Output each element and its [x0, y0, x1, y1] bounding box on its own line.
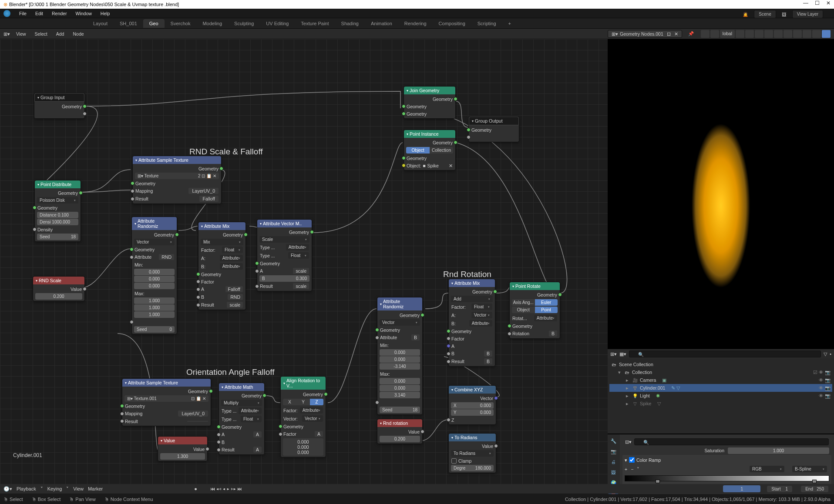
tab-sculpting[interactable]: Sculpting: [228, 19, 260, 28]
prop-view-icon[interactable]: 🖼: [609, 467, 618, 477]
prop-output-icon[interactable]: 🖨: [609, 457, 618, 467]
filter-icon[interactable]: ▽: [824, 351, 827, 357]
node-attr-math[interactable]: Attribute Math Geometry Multiply Type ..…: [219, 383, 265, 455]
hdr-node[interactable]: Node: [70, 31, 86, 37]
node-to-radians[interactable]: To Radians Value To Radians Clamp Degre1…: [448, 433, 496, 473]
tree-scene-collection[interactable]: 🗁Scene Collection: [609, 360, 832, 368]
btm-marker[interactable]: Marker: [88, 486, 103, 491]
node-align-rotation[interactable]: Align Rotation to V... Geometry XYZ Fact…: [280, 376, 326, 457]
menu-window[interactable]: Window: [71, 11, 96, 16]
node-group-input[interactable]: Group Input Geometry: [34, 93, 85, 119]
ic7[interactable]: [793, 30, 802, 38]
node-group-output[interactable]: Group Output Geometry: [468, 116, 519, 142]
close-btn[interactable]: ✕: [823, 0, 834, 6]
node-attr-mix-2[interactable]: Attribute Mix Geometry Add Factor:Float …: [448, 279, 495, 367]
hdr-add[interactable]: Add: [54, 31, 67, 37]
tab-render[interactable]: Rendering: [398, 19, 433, 28]
colorramp-panel[interactable]: ▾Color Ramp: [625, 457, 829, 463]
node-attr-randomize-1[interactable]: Attribute Randomiz Geometry Vector Geome…: [131, 217, 177, 334]
node-point-instance[interactable]: Point Instance Geometry ObjectCollection…: [404, 130, 456, 170]
btm-playback[interactable]: Playback: [17, 486, 36, 491]
ic6[interactable]: [784, 30, 792, 38]
tab-texpaint[interactable]: Texture Paint: [295, 19, 335, 28]
tree-cylinder[interactable]: ▸▽Cylinder.001✎ ▽👁 📷: [609, 384, 832, 392]
prop-tool-icon[interactable]: 🔧: [609, 436, 618, 446]
minimize-btn[interactable]: —: [800, 0, 811, 6]
menu-edit[interactable]: Edit: [31, 11, 47, 16]
ramp-add[interactable]: +: [625, 467, 627, 472]
clamp-checkbox[interactable]: [451, 458, 457, 464]
hdr-select[interactable]: Select: [32, 31, 50, 37]
node-combine-xyz[interactable]: Combine XYZ Vector X0.000 Y0.000 Z: [448, 385, 496, 425]
prop-render-icon[interactable]: 📷: [609, 447, 618, 456]
frame-end[interactable]: End 250: [801, 486, 828, 492]
ic2[interactable]: [745, 30, 754, 38]
node-attr-vector-math[interactable]: Attribute Vector M.. Geometry Scale Type…: [257, 219, 312, 291]
colorramp-enable[interactable]: [629, 457, 635, 463]
color-ramp[interactable]: [625, 475, 829, 481]
node-join-geometry[interactable]: Join Geometry Geometry Geometry Geometry: [404, 86, 456, 119]
node-point-distribute[interactable]: Point Distribute Geometry Poisson Disk G…: [34, 180, 81, 242]
tree-collection[interactable]: ▾🗁Collection☑ 👁 📷: [609, 368, 832, 376]
tab-sh001[interactable]: SH_001: [114, 19, 143, 28]
node-value[interactable]: Value Value 1.300: [158, 436, 208, 461]
ic9[interactable]: [812, 30, 821, 38]
node-rnd-rotation[interactable]: Rnd rotation Value 0.200: [377, 419, 423, 444]
btm-keying[interactable]: Keying: [47, 486, 62, 491]
tab-anim[interactable]: Animation: [365, 19, 398, 28]
tab-geo[interactable]: Geo: [143, 19, 165, 28]
tab-script[interactable]: Scripting: [471, 19, 502, 28]
ic5[interactable]: [774, 30, 783, 38]
tree-light[interactable]: ▸💡Light✺👁 📷: [609, 392, 832, 400]
btm-view[interactable]: View: [73, 486, 84, 491]
ic3[interactable]: [755, 30, 763, 38]
maximize-btn[interactable]: ☐: [811, 0, 823, 6]
menu-render[interactable]: Render: [47, 11, 71, 16]
nodegroup-field[interactable]: ⊞▾Geometry Nodes.001⊡✕: [608, 30, 682, 38]
hdr-view[interactable]: View: [13, 31, 29, 37]
ic8[interactable]: [803, 30, 811, 38]
frame-start[interactable]: Start 1: [767, 486, 792, 492]
tree-camera[interactable]: ▸🎥Camera▣👁 📷: [609, 376, 832, 384]
tab-add[interactable]: +: [502, 19, 517, 28]
render-result: [669, 72, 773, 315]
tab-sverchok[interactable]: Sverchok: [165, 19, 197, 28]
viewport-panel: ⊞▾▦▾🔍▽• 🗁Scene Collection ▾🗁Collection☑ …: [608, 39, 834, 493]
pin-icon[interactable]: 📌: [688, 31, 694, 37]
tab-layout[interactable]: Layout: [87, 19, 114, 28]
shade-rendered-icon[interactable]: [822, 30, 831, 38]
transport-controls[interactable]: ⏮ ◀◁ ◀ ▶ ▷▶ ⏭: [210, 486, 242, 491]
node-editor-header: ⊞▾ View Select Add Node ⊞▾Geometry Nodes…: [0, 29, 834, 39]
node-attr-sample-tex-2[interactable]: Attribute Sample Texture Geometry ⊞▾ Tex…: [122, 378, 211, 426]
ramp-menu[interactable]: ˅: [637, 467, 639, 472]
ic4[interactable]: [764, 30, 773, 38]
node-point-rotate[interactable]: Point Rotate Geometry Axis Ang...Euler O…: [509, 282, 560, 339]
tab-modeling[interactable]: Modeling: [196, 19, 228, 28]
node-attr-randomize-2[interactable]: Attribute Randomiz Geometry Vector Geome…: [377, 297, 423, 415]
tab-comp[interactable]: Compositing: [433, 19, 471, 28]
viewlayer-field[interactable]: View Layer: [792, 10, 823, 18]
frame-current[interactable]: 1: [723, 485, 760, 492]
tab-shading[interactable]: Shading: [335, 19, 365, 28]
node-editor[interactable]: Group Input Geometry Join Geometry Geome…: [0, 39, 608, 493]
snap-icon[interactable]: [701, 30, 710, 38]
tree-spike[interactable]: ▸▽Spike▽: [609, 400, 832, 407]
ic1[interactable]: [736, 30, 744, 38]
orient-field[interactable]: lobal: [720, 30, 735, 38]
node-attr-mix-1[interactable]: Attribute Mix Geometry Mix Factor:Float …: [198, 222, 246, 310]
node-rnd-scale[interactable]: RND Scale Value 0.200: [33, 276, 85, 301]
status-bar: 🖱 Select🖱 Box Select 🖱 Pan View🖱 Node Co…: [0, 494, 834, 504]
props-search[interactable]: 🔍: [634, 438, 829, 445]
window-titlebar: ⊗Blender* [D:\000 1 Blender Geometry Nod…: [0, 0, 834, 9]
scene-field[interactable]: Scene: [754, 10, 776, 18]
magnet-icon[interactable]: [710, 30, 719, 38]
blender-logo-icon[interactable]: [3, 10, 10, 17]
render-preview[interactable]: [608, 39, 834, 348]
outliner-search[interactable]: 🔍: [629, 350, 821, 357]
tab-uv[interactable]: UV Editing: [260, 19, 295, 28]
menu-help[interactable]: Help: [96, 11, 114, 16]
saturation-field[interactable]: 1.000: [728, 447, 829, 454]
ramp-del[interactable]: −: [631, 467, 633, 472]
menu-file[interactable]: File: [15, 11, 31, 16]
node-attr-sample-tex-1[interactable]: Attribute Sample Texture Geometry ⊞▾ Tex…: [132, 156, 222, 204]
